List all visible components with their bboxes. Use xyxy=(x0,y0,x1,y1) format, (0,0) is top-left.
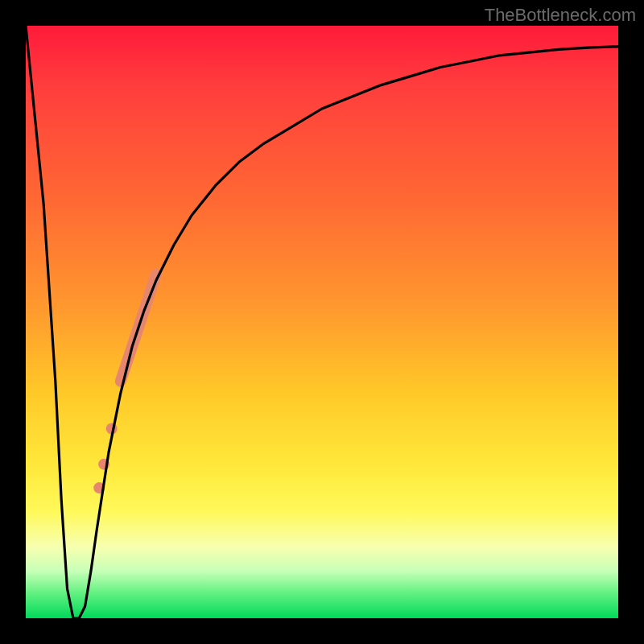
plot-area xyxy=(26,26,618,618)
chart-frame: TheBottleneck.com xyxy=(0,0,644,644)
bottleneck-curve xyxy=(26,26,618,618)
chart-overlay xyxy=(26,26,618,618)
watermark-text: TheBottleneck.com xyxy=(485,5,636,26)
